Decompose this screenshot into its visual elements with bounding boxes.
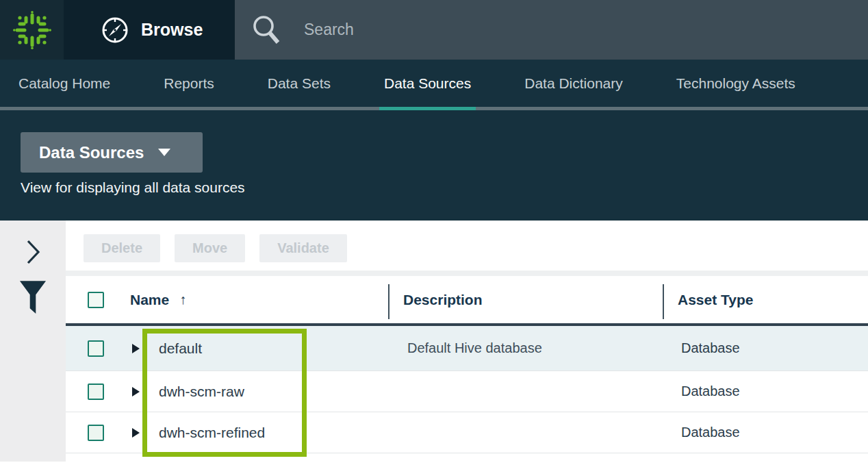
- row-checkbox[interactable]: [88, 425, 104, 441]
- filter-button[interactable]: [19, 281, 47, 321]
- content-area: Delete Move Validate Name ↑ Description …: [0, 221, 868, 462]
- delete-button[interactable]: Delete: [84, 234, 160, 262]
- view-selector-dropdown[interactable]: Data Sources: [21, 132, 203, 173]
- row-asset-type: Database: [663, 384, 868, 399]
- table-row[interactable]: default Default Hive database Database: [66, 326, 868, 371]
- expand-panel-button[interactable]: [25, 238, 41, 268]
- asset-type-column-label: Asset Type: [678, 292, 754, 308]
- search-icon: [251, 14, 282, 47]
- view-header: Data Sources View for displaying all dat…: [0, 110, 868, 221]
- row-expander-icon[interactable]: [132, 428, 140, 438]
- filter-funnel-icon: [19, 281, 47, 318]
- topbar: Browse: [0, 0, 868, 60]
- validate-button[interactable]: Validate: [259, 234, 347, 262]
- tab-data-sets[interactable]: Data Sets: [268, 60, 331, 107]
- column-header-name[interactable]: Name ↑: [126, 292, 388, 308]
- view-selector-label: Data Sources: [39, 143, 144, 162]
- tab-data-dictionary[interactable]: Data Dictionary: [524, 60, 623, 107]
- row-checkbox[interactable]: [88, 384, 104, 400]
- search-input[interactable]: [304, 21, 783, 39]
- row-asset-type: Database: [663, 425, 868, 440]
- brand-logo[interactable]: [0, 0, 64, 60]
- row-name[interactable]: default: [146, 340, 388, 357]
- row-expander-icon[interactable]: [132, 344, 140, 353]
- row-checkbox[interactable]: [88, 340, 104, 357]
- row-name[interactable]: dwh-scm-raw: [146, 384, 388, 400]
- catalog-nav: Catalog Home Reports Data Sets Data Sour…: [0, 60, 868, 110]
- global-search-bar: [235, 0, 868, 60]
- tab-data-sources[interactable]: Data Sources: [384, 60, 471, 107]
- move-button[interactable]: Move: [175, 234, 245, 262]
- table-row[interactable]: dwh-scm-raw Database: [66, 371, 868, 412]
- data-sources-table: Delete Move Validate Name ↑ Description …: [66, 221, 868, 462]
- brand-logo-icon: [13, 11, 51, 49]
- row-description: Default Hive database: [388, 340, 663, 356]
- sort-ascending-icon: ↑: [179, 292, 186, 307]
- column-header-asset-type: Asset Type: [663, 276, 868, 323]
- row-asset-type: Database: [663, 340, 868, 356]
- description-column-label: Description: [403, 292, 483, 308]
- row-name[interactable]: dwh-scm-refined: [146, 425, 388, 441]
- compass-icon: [100, 15, 130, 45]
- name-column-label: Name: [130, 292, 169, 308]
- select-all-checkbox[interactable]: [88, 292, 104, 308]
- column-header-description: Description: [388, 276, 663, 323]
- table-row[interactable]: dwh-scm-refined Database: [66, 412, 868, 453]
- row-expander-icon[interactable]: [132, 387, 140, 397]
- bulk-actions-toolbar: Delete Move Validate: [66, 221, 868, 271]
- browse-section: Browse: [64, 0, 235, 60]
- tab-catalog-home[interactable]: Catalog Home: [18, 60, 110, 107]
- tab-technology-assets[interactable]: Technology Assets: [676, 60, 795, 107]
- section-title: Browse: [141, 20, 203, 40]
- tab-reports[interactable]: Reports: [164, 60, 214, 107]
- table-header-row: Name ↑ Description Asset Type: [66, 276, 868, 326]
- caret-down-icon: [158, 149, 170, 156]
- chevron-right-icon: [25, 238, 41, 266]
- filter-sidebar: [0, 221, 66, 462]
- view-description: View for displaying all data sources: [21, 179, 245, 196]
- toolbar-divider: [66, 271, 868, 276]
